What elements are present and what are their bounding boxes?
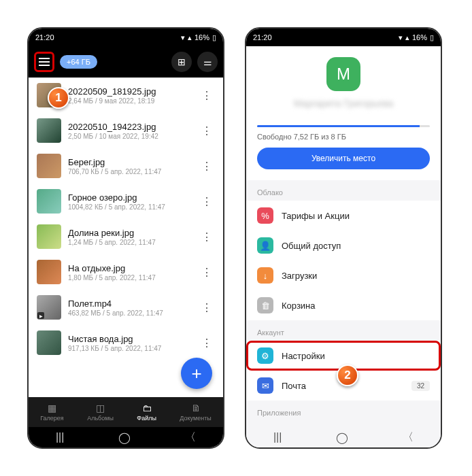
add-button[interactable]: +: [181, 358, 212, 389]
file-name: Полет.mp4: [68, 299, 192, 309]
recent-apps-button[interactable]: |||: [273, 431, 282, 443]
file-name: Чистая вода.jpg: [68, 334, 192, 344]
file-row[interactable]: На отдыхе.jpg1,80 МБ / 5 апр. 2022, 11:4…: [29, 254, 223, 290]
thumbnail: [37, 189, 61, 214]
wifi-icon: ▾: [399, 33, 403, 42]
file-meta: 1,80 МБ / 5 апр. 2022, 11:47: [68, 274, 192, 282]
file-name: Долина реки.jpg: [68, 228, 192, 238]
section-account-label: Аккаунт: [246, 320, 441, 341]
file-meta: 1,24 МБ / 5 апр. 2022, 11:47: [68, 239, 192, 246]
signal-icon: ▴: [188, 33, 192, 42]
mail-count-badge: 32: [411, 381, 430, 391]
docs-icon: 🗎: [191, 403, 201, 413]
file-row[interactable]: 20220510_194223.jpg2,50 МБ / 10 мая 2022…: [29, 113, 223, 148]
nav-albums[interactable]: ◫Альбомы: [87, 403, 114, 422]
battery-icon: ▯: [430, 33, 434, 42]
menu-button[interactable]: [34, 52, 54, 72]
storage-text: Свободно 7,52 ГБ из 8 ГБ: [257, 133, 430, 141]
file-meta: 706,70 КБ / 5 апр. 2022, 11:47: [68, 168, 192, 175]
person-icon: 👤: [257, 237, 273, 254]
file-row[interactable]: Горное озеро.jpg1004,82 КБ / 5 апр. 2022…: [29, 184, 223, 219]
grid-view-button[interactable]: ⊞: [171, 52, 192, 72]
back-button[interactable]: 〈: [185, 430, 196, 445]
gallery-icon: ▦: [48, 403, 56, 413]
storage-card: Свободно 7,52 ГБ из 8 ГБ Увеличить место: [246, 117, 441, 180]
menu-shared[interactable]: 👤Общий доступ: [246, 231, 441, 260]
status-right: ▾ ▴ 16% ▯: [181, 33, 216, 42]
mail-icon: ✉: [257, 377, 273, 394]
file-row[interactable]: ▶Полет.mp4463,82 МБ / 5 апр. 2022, 11:47…: [29, 290, 223, 325]
signal-icon: ▴: [405, 33, 409, 42]
status-bar: 21:20 ▾ ▴ 16% ▯: [246, 29, 441, 46]
file-meta: 2,50 МБ / 10 мая 2022, 19:42: [68, 133, 192, 140]
battery-text: 16%: [195, 33, 209, 41]
gear-icon: ⚙: [257, 347, 273, 364]
albums-icon: ◫: [96, 403, 105, 413]
file-meta: 2,64 МБ / 9 мая 2022, 18:19: [68, 97, 192, 105]
section-cloud-label: Облако: [246, 180, 441, 201]
file-row[interactable]: Берег.jpg706,70 КБ / 5 апр. 2022, 11:47⋮: [29, 148, 223, 184]
more-icon[interactable]: ⋮: [199, 228, 215, 246]
status-time: 21:20: [253, 33, 272, 41]
file-name: Горное озеро.jpg: [68, 192, 192, 203]
upgrade-button[interactable]: Увеличить место: [257, 148, 430, 169]
home-button[interactable]: ◯: [336, 431, 348, 444]
files-icon: 🗀: [142, 403, 152, 413]
file-meta: 1004,82 КБ / 5 апр. 2022, 11:47: [68, 203, 192, 211]
battery-text: 16%: [412, 33, 427, 41]
storage-bar: [257, 125, 430, 127]
thumbnail: [37, 118, 61, 143]
recent-apps-button[interactable]: |||: [56, 431, 64, 443]
top-bar: +64 ГБ ⊞ ⚌: [29, 46, 223, 78]
avatar[interactable]: М: [326, 57, 360, 91]
thumbnail: [37, 224, 61, 249]
battery-icon: ▯: [212, 33, 216, 42]
status-bar: 21:20 ▾ ▴ 16% ▯: [29, 29, 223, 46]
more-icon[interactable]: ⋮: [199, 299, 215, 317]
more-icon[interactable]: ⋮: [199, 86, 215, 105]
system-nav: ||| ◯ 〈: [29, 427, 223, 447]
file-meta: 917,13 КБ / 5 апр. 2022, 11:47: [68, 345, 192, 352]
nav-docs[interactable]: 🗎Документы: [180, 403, 211, 422]
menu-downloads[interactable]: ↓Загрузки: [246, 260, 441, 290]
file-name: 20220510_194223.jpg: [68, 122, 192, 132]
storage-pill[interactable]: +64 ГБ: [60, 55, 97, 69]
home-button[interactable]: ◯: [118, 431, 131, 444]
annotation-1: 1: [48, 87, 69, 109]
more-icon[interactable]: ⋮: [199, 334, 215, 352]
thumbnail: ▶: [37, 295, 61, 320]
download-icon: ↓: [257, 267, 273, 284]
back-button[interactable]: 〈: [403, 430, 414, 445]
menu-tariffs[interactable]: %Тарифы и Акции: [246, 201, 441, 231]
wifi-icon: ▾: [181, 33, 185, 42]
menu-trash[interactable]: 🗑Корзина: [246, 290, 441, 320]
more-icon[interactable]: ⋮: [199, 157, 215, 175]
more-icon[interactable]: ⋮: [199, 122, 215, 140]
file-row[interactable]: Долина реки.jpg1,24 МБ / 5 апр. 2022, 11…: [29, 219, 223, 254]
nav-gallery[interactable]: ▦Галерея: [40, 403, 64, 422]
thumbnail: [37, 260, 61, 284]
file-name: Берег.jpg: [68, 157, 192, 167]
video-play-icon: ▶: [37, 312, 44, 319]
storage-fill: [257, 125, 420, 127]
file-row[interactable]: Чистая вода.jpg917,13 КБ / 5 апр. 2022, …: [29, 325, 223, 360]
more-icon[interactable]: ⋮: [199, 263, 215, 282]
nav-files[interactable]: 🗀Файлы: [137, 403, 156, 422]
status-time: 21:20: [35, 33, 54, 41]
more-icon[interactable]: ⋮: [199, 192, 215, 211]
section-apps-label: Приложения: [246, 401, 441, 421]
percent-icon: %: [257, 207, 273, 224]
status-right: ▾ ▴ 16% ▯: [399, 33, 434, 42]
annotation-2: 2: [337, 364, 358, 386]
bottom-nav: ▦Галерея ◫Альбомы 🗀Файлы 🗎Документы: [29, 397, 223, 427]
profile-section: М Маргарита Григорьева: [246, 46, 441, 117]
filter-button[interactable]: ⚌: [197, 52, 218, 72]
thumbnail: [37, 330, 61, 355]
thumbnail: [37, 154, 61, 178]
trash-icon: 🗑: [257, 297, 273, 313]
file-name: 20220509_181925.jpg: [68, 86, 192, 97]
profile-name: Маргарита Григорьева: [246, 98, 441, 109]
system-nav: ||| ◯ 〈: [246, 427, 441, 447]
menu-cloud-list: %Тарифы и Акции 👤Общий доступ ↓Загрузки …: [246, 201, 441, 320]
file-name: На отдыхе.jpg: [68, 263, 192, 273]
